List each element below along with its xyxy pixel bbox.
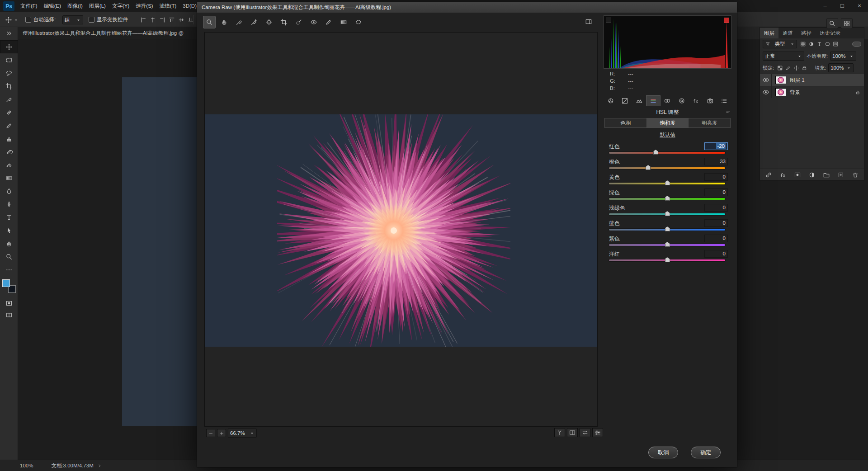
history-brush-tool-button[interactable] <box>0 145 18 158</box>
hsl-slider-thumb-orange[interactable] <box>646 165 651 170</box>
cr-red-eye-tool-button[interactable] <box>308 16 320 28</box>
auto-select-checkbox[interactable] <box>25 17 31 23</box>
hand-tool-button[interactable] <box>0 237 18 250</box>
document-tab[interactable]: 使用Illustrator效果工具和混合工具制作绚丽花卉——AI高级教程.jpg… <box>18 27 199 39</box>
panel-tab-history[interactable]: 历史记录 <box>816 28 844 38</box>
layer-mask-icon[interactable] <box>793 171 802 179</box>
cr-hand-tool-button[interactable] <box>218 16 230 28</box>
auto-select-target-select[interactable]: 组 <box>62 15 83 24</box>
preview-mode-y-button[interactable] <box>554 428 565 437</box>
delete-layer-icon[interactable] <box>851 171 859 179</box>
cr-targeted-adjustment-tool-button[interactable] <box>263 16 275 28</box>
status-expand-icon[interactable] <box>97 463 103 468</box>
cancel-button[interactable]: 取消 <box>648 447 678 458</box>
hsl-slider-value-magenta[interactable]: 0 <box>704 250 728 258</box>
hsl-panel-tab[interactable] <box>646 95 660 106</box>
align-left-icon[interactable] <box>139 16 147 24</box>
tools-collapse-icon[interactable] <box>5 29 13 38</box>
move-tool-button[interactable] <box>0 40 18 53</box>
split-toning-panel-tab[interactable] <box>660 95 675 106</box>
screen-mode-icon[interactable] <box>5 311 13 319</box>
detail-panel-tab[interactable] <box>632 95 646 106</box>
brush-tool-button[interactable] <box>0 119 18 132</box>
hsl-slider-thumb-purple[interactable] <box>665 242 670 247</box>
cr-adjustment-brush-tool-button[interactable] <box>323 16 335 28</box>
hsl-slider-track-aqua[interactable] <box>609 213 725 215</box>
hsl-tab-luminance[interactable]: 明亮度 <box>689 118 731 128</box>
clone-stamp-tool-button[interactable] <box>0 132 18 145</box>
opacity-select[interactable]: 100% <box>830 52 856 61</box>
close-button[interactable]: × <box>851 0 868 12</box>
image-preview[interactable] <box>204 32 598 427</box>
hsl-tab-saturation[interactable]: 饱和度 <box>647 118 689 128</box>
hsl-slider-track-magenta[interactable] <box>609 259 725 261</box>
tools-more-icon[interactable] <box>5 266 13 274</box>
preview-swap-button[interactable] <box>580 428 590 437</box>
status-zoom[interactable]: 100% <box>20 463 33 468</box>
eraser-tool-button[interactable] <box>0 158 18 171</box>
crop-tool-button[interactable] <box>0 80 18 93</box>
hsl-slider-thumb-magenta[interactable] <box>665 257 670 262</box>
minimize-button[interactable]: – <box>816 0 834 12</box>
lock-transparency-icon[interactable] <box>776 64 783 71</box>
zoom-in-button[interactable] <box>217 429 226 437</box>
adjustment-filter-icon[interactable] <box>807 41 815 48</box>
hsl-slider-thumb-blue[interactable] <box>665 226 670 231</box>
hsl-slider-value-yellow[interactable]: 0 <box>704 173 728 181</box>
effects-panel-tab[interactable] <box>689 95 703 106</box>
panel-tab-layers[interactable]: 图层 <box>760 28 778 38</box>
panel-tab-channels[interactable]: 通道 <box>778 28 797 38</box>
layer-effects-icon[interactable] <box>779 171 787 179</box>
healing-brush-tool-button[interactable] <box>0 106 18 119</box>
lock-position-icon[interactable] <box>793 64 800 71</box>
zoom-level-select[interactable]: 66.7% <box>228 429 257 438</box>
link-layers-icon[interactable] <box>764 171 773 179</box>
layer-thumbnail[interactable] <box>775 76 786 84</box>
layer-visibility-icon[interactable] <box>762 88 770 96</box>
toggle-panels-icon[interactable] <box>585 18 593 26</box>
quick-mask-icon[interactable] <box>5 299 13 307</box>
smart-object-filter-icon[interactable] <box>832 41 839 48</box>
hsl-slider-thumb-green[interactable] <box>665 196 670 201</box>
menu-edit[interactable]: 编辑(E) <box>41 0 64 12</box>
filter-switch[interactable] <box>852 42 861 47</box>
hsl-slider-thumb-red[interactable] <box>653 150 658 155</box>
default-values-link[interactable]: 默认值 <box>660 132 675 137</box>
layer-row-layer1[interactable]: 图层 1 <box>760 74 864 86</box>
shadow-clip-toggle[interactable] <box>606 18 611 23</box>
align-middle-icon[interactable] <box>177 16 185 24</box>
cr-radial-filter-tool-button[interactable] <box>353 16 364 28</box>
ok-button[interactable]: 确定 <box>691 447 721 458</box>
hsl-slider-track-green[interactable] <box>609 198 725 200</box>
foreground-color-swatch[interactable] <box>2 279 10 287</box>
hsl-slider-value-purple[interactable]: 0 <box>704 235 728 242</box>
maximize-button[interactable]: □ <box>834 0 851 12</box>
lens-corrections-panel-tab[interactable] <box>675 95 689 106</box>
cr-spot-removal-tool-button[interactable] <box>293 16 305 28</box>
hsl-slider-track-yellow[interactable] <box>609 183 725 184</box>
type-filter-icon[interactable] <box>816 41 823 48</box>
lock-pixels-icon[interactable] <box>784 64 792 71</box>
tone-curve-panel-tab[interactable] <box>618 95 632 106</box>
layer-row-background[interactable]: 背景 <box>760 86 864 98</box>
presets-panel-tab[interactable] <box>717 95 731 106</box>
pixel-filter-icon[interactable] <box>799 41 807 48</box>
menu-filter[interactable]: 滤镜(T) <box>156 0 180 12</box>
hsl-slider-value-red[interactable]: -20 <box>704 142 728 150</box>
cr-graduated-filter-tool-button[interactable] <box>338 16 349 28</box>
filter-type-select[interactable]: 类型 <box>763 40 797 48</box>
hsl-slider-thumb-aqua[interactable] <box>665 211 670 216</box>
hsl-slider-value-green[interactable]: 0 <box>704 188 728 196</box>
blend-mode-select[interactable]: 正常 <box>763 52 804 61</box>
menu-select[interactable]: 选择(S) <box>132 0 156 12</box>
lasso-tool-button[interactable] <box>0 66 18 80</box>
panel-tab-paths[interactable]: 路径 <box>797 28 816 38</box>
pen-tool-button[interactable] <box>0 198 18 211</box>
lock-all-icon[interactable] <box>801 64 808 71</box>
dock-search-icon[interactable] <box>826 18 838 29</box>
hsl-slider-value-blue[interactable]: 0 <box>704 219 728 227</box>
dialog-title-bar[interactable]: Camera Raw (使用Illustrator效果工具和混合工具制作绚丽花卉… <box>197 2 737 13</box>
panel-menu-icon[interactable] <box>725 109 731 114</box>
path-selection-tool-button[interactable] <box>0 224 18 237</box>
hsl-slider-value-orange[interactable]: -33 <box>704 158 728 165</box>
